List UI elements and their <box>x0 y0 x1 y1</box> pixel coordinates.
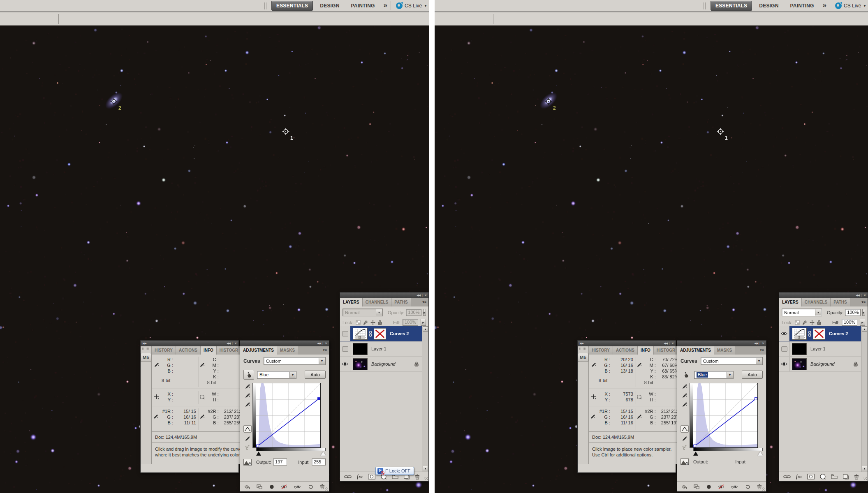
mask-link-icon[interactable] <box>368 331 373 337</box>
collapse-to-icons-icon[interactable]: ◀◀ <box>856 294 859 297</box>
curves-preset-dropdown[interactable]: Custom ▼ <box>701 357 763 365</box>
panel-drag-bar[interactable]: ◀◀ | ✕ <box>677 341 766 346</box>
cs-live-button[interactable]: CS Live ▼ <box>396 2 427 9</box>
color-sampler-2[interactable]: 2 <box>544 97 558 111</box>
visibility-off-box[interactable] <box>781 346 787 352</box>
layer-name[interactable]: Layer 1 <box>810 346 826 351</box>
blend-mode-dropdown[interactable]: Normal ▼ <box>343 309 383 316</box>
auto-button[interactable]: Auto <box>305 371 326 379</box>
dropdown-arrow-icon[interactable]: ▼ <box>756 358 762 364</box>
white-point-eyedropper-icon[interactable] <box>245 402 250 407</box>
dropdown-arrow-icon[interactable]: ▼ <box>815 309 821 316</box>
workspace-design-button[interactable]: DESIGN <box>755 1 783 10</box>
dropdown-arrow-icon[interactable]: ▼ <box>319 358 325 364</box>
visibility-cell[interactable] <box>340 326 350 341</box>
collapse-to-icons-icon[interactable]: ◀◀ <box>227 342 230 345</box>
link-layers-icon[interactable] <box>344 475 352 479</box>
visibility-off-box[interactable] <box>342 331 348 336</box>
tab-actions[interactable]: ACTIONS <box>613 346 638 355</box>
panel-drag-bar[interactable]: ▶▶ ◀◀ | ✕ <box>578 341 676 346</box>
channel-dropdown[interactable]: Blue ▼ <box>257 371 296 379</box>
workspace-design-button[interactable]: DESIGN <box>315 1 344 10</box>
tab-masks[interactable]: MASKS <box>277 346 298 355</box>
black-point-eyedropper-icon[interactable] <box>682 384 687 389</box>
panel-menu-icon[interactable]: ▾≡ <box>860 298 868 306</box>
tab-history[interactable]: HISTORY <box>152 346 176 355</box>
scroll-up-icon[interactable]: ▲ <box>423 326 428 332</box>
workspace-painting-button[interactable]: PAINTING <box>347 1 380 10</box>
resize-grip[interactable] <box>863 477 867 480</box>
resize-grip[interactable] <box>762 487 765 491</box>
blend-mode-dropdown[interactable]: Normal ▼ <box>782 309 822 316</box>
panel-drag-bar[interactable]: ◀◀ | ✕ <box>340 293 428 298</box>
eye-icon[interactable] <box>342 362 348 366</box>
mini-bridge-panel-button[interactable]: Mb <box>578 353 588 362</box>
layer-style-icon[interactable]: fx▾ <box>357 474 363 480</box>
reset-icon[interactable] <box>745 484 750 489</box>
workspace-overflow-icon[interactable]: » <box>384 1 387 9</box>
tab-info[interactable]: INFO <box>201 346 217 355</box>
close-icon[interactable]: ✕ <box>863 294 866 297</box>
cs-live-button[interactable]: CS Live ▼ <box>835 2 866 9</box>
resize-grip[interactable] <box>325 487 328 491</box>
white-point-eyedropper-icon[interactable] <box>682 402 687 407</box>
close-icon[interactable]: ✕ <box>762 342 764 345</box>
targeted-adjustment-tool[interactable] <box>681 370 691 380</box>
mask-link-icon[interactable] <box>808 331 812 337</box>
tab-paths[interactable]: PATHS <box>391 298 411 306</box>
lock-position-icon[interactable] <box>810 320 815 325</box>
visibility-cell[interactable] <box>779 357 789 371</box>
gray-point-eyedropper-icon[interactable] <box>245 393 250 398</box>
layer-thumbnail[interactable] <box>353 343 368 355</box>
layer-name[interactable]: Curves 2 <box>390 331 409 336</box>
dropdown-arrow-icon[interactable]: ▼ <box>376 309 382 316</box>
lock-position-icon[interactable] <box>370 320 375 325</box>
clip-to-layer-icon[interactable] <box>706 484 711 489</box>
toggle-visibility-icon[interactable] <box>281 484 287 489</box>
tab-channels[interactable]: CHANNELS <box>802 298 831 306</box>
visibility-off-box[interactable] <box>342 346 348 352</box>
opacity-field[interactable]: 100% <box>845 309 861 316</box>
disabled-mask-thumbnail[interactable] <box>374 328 386 340</box>
white-input-slider[interactable] <box>321 452 326 456</box>
pencil-tool-icon[interactable] <box>682 436 687 441</box>
tab-masks[interactable]: MASKS <box>714 346 735 355</box>
link-layers-icon[interactable] <box>783 475 791 479</box>
resize-grip[interactable] <box>424 477 428 480</box>
panel-menu-icon[interactable]: ▾≡ <box>758 346 766 355</box>
color-sampler-2[interactable]: 2 <box>110 97 124 111</box>
close-icon[interactable]: ✕ <box>234 342 236 345</box>
dropdown-arrow-icon[interactable]: ▼ <box>727 372 733 378</box>
workspace-essentials-button[interactable]: ESSENTIALS <box>711 1 752 11</box>
clipping-preview-icon[interactable] <box>243 459 252 465</box>
panel-drag-bar[interactable]: ◀◀ | ✕ <box>779 293 868 298</box>
black-point-eyedropper-icon[interactable] <box>245 384 250 389</box>
reset-icon[interactable] <box>308 484 313 489</box>
edit-points-tool[interactable] <box>681 425 689 433</box>
layer-name[interactable]: Layer 1 <box>371 346 387 351</box>
lock-all-icon[interactable] <box>817 320 821 325</box>
collapse-to-icons-icon[interactable]: ◀◀ <box>417 294 420 297</box>
disabled-mask-thumbnail[interactable] <box>813 328 825 340</box>
layers-scrollbar[interactable]: ▲ ▼ <box>861 326 868 472</box>
curves-graph[interactable] <box>256 383 321 448</box>
mini-bridge-panel-button[interactable]: Mb <box>141 353 151 362</box>
layer-row-layer1[interactable]: Layer 1 <box>779 341 861 357</box>
tab-history[interactable]: HISTORY <box>589 346 613 355</box>
panel-drag-bar[interactable]: ◀◀ | ✕ <box>240 341 329 346</box>
layers-scrollbar[interactable]: ▲ ▼ <box>422 326 428 472</box>
workspace-painting-button[interactable]: PAINTING <box>786 1 819 10</box>
opacity-slider-icon[interactable]: ▶ <box>862 309 865 316</box>
close-icon[interactable]: ✕ <box>424 294 426 297</box>
add-mask-icon[interactable] <box>807 474 815 479</box>
workspace-essentials-button[interactable]: ESSENTIALS <box>271 1 313 11</box>
layer-row-curves2[interactable]: Curves 2 <box>340 326 422 341</box>
edit-points-tool[interactable] <box>243 425 252 433</box>
layer-name[interactable]: Background <box>371 362 396 366</box>
layer-row-curves2[interactable]: Curves 2 <box>779 326 861 341</box>
eye-icon[interactable] <box>781 332 787 336</box>
return-to-list-icon[interactable] <box>244 484 250 489</box>
delete-adjustment-icon[interactable] <box>757 484 762 489</box>
visibility-cell[interactable] <box>340 357 350 371</box>
visibility-cell[interactable] <box>779 326 789 341</box>
